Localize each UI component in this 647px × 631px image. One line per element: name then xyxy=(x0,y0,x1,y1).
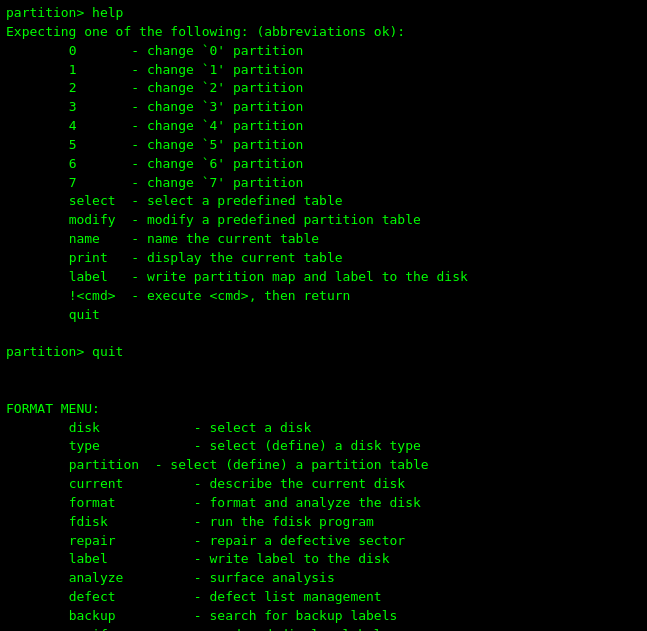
terminal-output: partition> help Expecting one of the fol… xyxy=(6,4,641,631)
